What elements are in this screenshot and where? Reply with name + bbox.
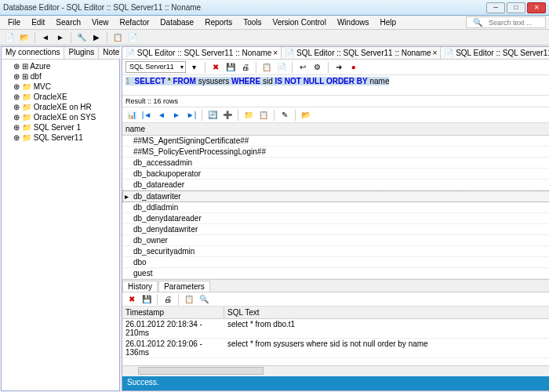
add-icon[interactable]: ➕: [221, 109, 234, 122]
table-row[interactable]: db_accessadmin: [122, 158, 549, 169]
connection-item[interactable]: ⊕⊞ Azure: [3, 61, 118, 71]
grid-header[interactable]: name: [122, 123, 549, 136]
connection-item[interactable]: ⊕📁 OracleXE on HR: [3, 102, 118, 112]
history-row[interactable]: 26.01.2012 20:19:06 - 136msselect * from…: [122, 339, 549, 358]
execute-icon[interactable]: ✖: [209, 61, 222, 74]
table-row[interactable]: ##MS_AgentSigningCertificate##: [122, 136, 549, 147]
edit-icon[interactable]: ✎: [278, 109, 291, 122]
maximize-button[interactable]: □: [507, 2, 525, 13]
table-row[interactable]: db_securityadmin: [122, 246, 549, 257]
result-header: Result :: 16 rows: [122, 96, 549, 107]
editor-panel: 📄 SQL Editor :: SQL Server11 :: Noname ×…: [122, 46, 549, 391]
connection-item[interactable]: ⊕📁 OracleXE: [3, 92, 118, 102]
folder-icon[interactable]: 📂: [300, 109, 312, 122]
sort-icon[interactable]: 📋: [257, 109, 270, 122]
table-row[interactable]: ##MS_PolicyEventProcessingLogin##: [122, 147, 549, 158]
back-icon[interactable]: ◄: [39, 31, 52, 44]
editor-tab[interactable]: 📄 SQL Editor :: SQL Server11 :: Noname ×: [122, 47, 282, 59]
window-title: Database Editor - SQL Editor :: SQL Serv…: [3, 3, 486, 12]
config-icon[interactable]: ⚙: [311, 61, 324, 74]
menu-search[interactable]: Search: [51, 17, 85, 27]
hist-find-icon[interactable]: 🔍: [198, 293, 210, 306]
paste-icon[interactable]: 📄: [126, 31, 139, 44]
filter-icon[interactable]: 📁: [242, 109, 255, 122]
table-row[interactable]: db_denydatareader: [122, 213, 549, 224]
editor-tab[interactable]: 📄 SQL Editor :: SQL Server11 :: Noname ×: [441, 47, 549, 59]
forward-icon[interactable]: ►: [54, 31, 67, 44]
tab-history[interactable]: History: [122, 281, 158, 292]
menu-version-control[interactable]: Version Control: [268, 17, 331, 27]
menu-tools[interactable]: Tools: [238, 17, 266, 27]
history-panel: History Parameters ✖ 💾 🖨 📋 🔍 Timestamp S…: [122, 279, 549, 365]
stop-icon[interactable]: ●: [347, 61, 360, 74]
open-icon[interactable]: 📂: [18, 31, 31, 44]
connection-item[interactable]: ⊕📁 MVC: [3, 82, 118, 92]
table-row[interactable]: db_datawriter: [122, 191, 549, 202]
table-row[interactable]: dbo: [122, 257, 549, 268]
table-row[interactable]: db_owner: [122, 235, 549, 246]
copy-icon[interactable]: 📋: [111, 31, 124, 44]
connection-item[interactable]: ⊕⊞ dbf: [3, 71, 118, 82]
hist-col-timestamp[interactable]: Timestamp: [122, 307, 224, 318]
query-toolbar: SQL Server11 ▾ ✖ 💾 🖨 📋 📄 ↩ ⚙ ➜ ●: [122, 60, 549, 75]
menu-database[interactable]: Database: [155, 17, 198, 27]
status-bar: Success.: [122, 376, 549, 390]
result-grid[interactable]: name ##MS_AgentSigningCertificate####MS_…: [122, 123, 549, 279]
connection-item[interactable]: ⊕📁 OracleXE on SYS: [3, 112, 118, 122]
tool-icon[interactable]: 🔧: [75, 31, 88, 44]
menu-refactor[interactable]: Refactor: [115, 17, 155, 27]
hist-delete-icon[interactable]: ✖: [125, 293, 138, 306]
print-icon[interactable]: 🖨: [239, 61, 252, 74]
wrap-icon[interactable]: ↩: [296, 61, 309, 74]
hist-print-icon[interactable]: 🖨: [162, 293, 174, 306]
last-icon[interactable]: ►|: [185, 109, 198, 122]
connections-tree: ⊕⊞ Azure⊕⊞ dbf⊕📁 MVC⊕📁 OracleXE⊕📁 Oracle…: [2, 60, 119, 390]
connections-panel: My connections Plugins Note Windows list…: [1, 46, 120, 391]
table-row[interactable]: db_denydatawriter: [122, 224, 549, 235]
refresh-icon[interactable]: 🔄: [206, 109, 219, 122]
misc1-icon[interactable]: 📋: [260, 61, 273, 74]
main-toolbar: 📄 📂 ◄ ► 🔧 ▶ 📋 📄: [0, 30, 549, 45]
first-icon[interactable]: |◄: [140, 109, 153, 122]
next-icon[interactable]: ►: [170, 109, 183, 122]
close-button[interactable]: ✕: [527, 2, 546, 13]
sql-editor[interactable]: 1SELECT * FROM sysusers WHERE sid IS NOT…: [122, 75, 549, 96]
new-icon[interactable]: 📄: [3, 31, 16, 44]
table-row[interactable]: db_backupoperator: [122, 169, 549, 180]
menu-edit[interactable]: Edit: [27, 17, 49, 27]
run-icon[interactable]: ▶: [90, 31, 103, 44]
tab-my-connections[interactable]: My connections: [2, 47, 64, 59]
minimize-button[interactable]: ─: [486, 2, 505, 13]
save-icon[interactable]: 💾: [224, 61, 237, 74]
connection-combo[interactable]: SQL Server11: [125, 61, 186, 73]
hist-copy-icon[interactable]: 📋: [183, 293, 195, 306]
table-row[interactable]: guest: [122, 268, 549, 279]
go-icon[interactable]: ➜: [333, 61, 345, 74]
table-row[interactable]: db_datareader: [122, 180, 549, 191]
editor-tab[interactable]: 📄 SQL Editor :: SQL Server11 :: Noname ×: [282, 47, 441, 59]
connection-item[interactable]: ⊕📁 SQL Server11: [3, 132, 118, 143]
hist-col-sql[interactable]: SQL Text: [224, 307, 549, 318]
menu-help[interactable]: Help: [375, 17, 401, 27]
prev-icon[interactable]: ◄: [155, 109, 168, 122]
tab-parameters[interactable]: Parameters: [158, 281, 210, 292]
menu-reports[interactable]: Reports: [200, 17, 237, 27]
export-icon[interactable]: 📊: [125, 109, 138, 122]
search-box[interactable]: 🔍: [466, 16, 546, 28]
misc2-icon[interactable]: 📄: [275, 61, 288, 74]
search-input[interactable]: [489, 19, 544, 27]
tab-note[interactable]: Note: [99, 47, 124, 59]
dropdown-icon[interactable]: ▾: [188, 61, 201, 74]
menu-view[interactable]: View: [87, 17, 114, 27]
menu-file[interactable]: File: [3, 17, 25, 27]
connection-item[interactable]: ⊕📁 SQL Server 1: [3, 122, 118, 132]
tab-plugins[interactable]: Plugins: [64, 47, 99, 59]
history-table[interactable]: Timestamp SQL Text 26.01.2012 20:18:34 -…: [122, 307, 549, 365]
history-row[interactable]: 26.01.2012 20:18:34 - 210msselect * from…: [122, 319, 549, 339]
hist-save-icon[interactable]: 💾: [140, 293, 153, 306]
menu-bar: File Edit Search View Refactor Database …: [0, 16, 549, 30]
result-toolbar: 📊 |◄ ◄ ► ►| 🔄 ➕ 📁 📋 ✎ 📂: [122, 107, 549, 123]
horizontal-scrollbar[interactable]: [122, 365, 549, 376]
menu-windows[interactable]: Windows: [333, 17, 374, 27]
table-row[interactable]: db_ddladmin: [122, 202, 549, 213]
